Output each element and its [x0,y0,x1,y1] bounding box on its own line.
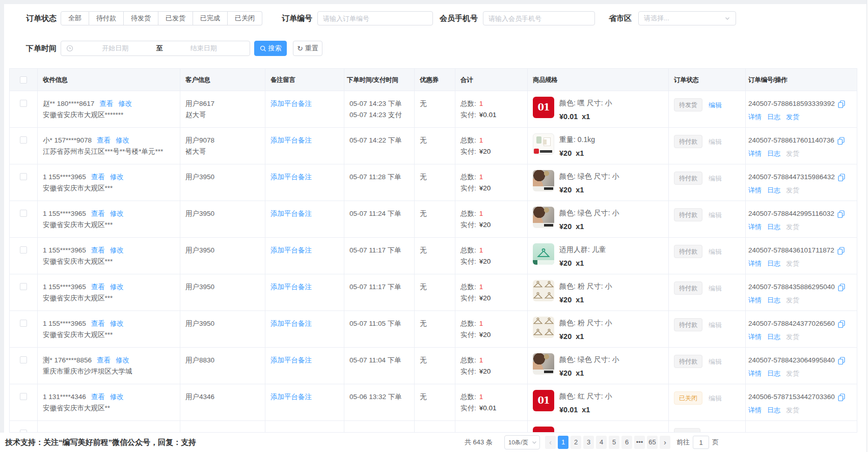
detail-link[interactable]: 详情 [748,333,762,341]
view-address-link[interactable]: 查看 [99,100,113,107]
add-note-link[interactable]: 添加平台备注 [270,210,312,217]
add-note-link[interactable]: 添加平台备注 [270,283,312,291]
detail-link[interactable]: 详情 [748,186,762,194]
row-checkbox[interactable] [20,210,27,217]
page-size-select[interactable]: 10条/页 [504,435,540,449]
log-link[interactable]: 日志 [767,370,780,377]
search-button[interactable]: 搜索 [254,41,287,56]
add-note-link[interactable]: 添加平台备注 [270,356,312,364]
ship-link[interactable]: 发货 [786,186,799,194]
log-link[interactable]: 日志 [767,113,780,121]
copy-icon[interactable] [838,100,845,108]
region-select[interactable]: 请选择... [638,11,736,25]
add-note-link[interactable]: 添加平台备注 [270,393,312,401]
ship-link[interactable]: 发货 [786,223,799,231]
edit-status-link[interactable]: 编辑 [709,98,722,120]
edit-status-link[interactable]: 编辑 [709,135,722,157]
modify-address-link[interactable]: 修改 [110,320,124,327]
page-button-3[interactable]: 3 [583,436,594,449]
page-button-4[interactable]: 4 [596,436,607,449]
log-link[interactable]: 日志 [767,406,780,414]
row-checkbox[interactable] [20,100,27,107]
detail-link[interactable]: 详情 [748,150,762,157]
prev-page-button[interactable]: ‹ [545,436,556,449]
log-link[interactable]: 日志 [767,333,780,341]
edit-status-link[interactable]: 编辑 [709,245,722,267]
view-address-link[interactable]: 查看 [91,210,105,217]
copy-icon[interactable] [838,284,845,291]
edit-status-link[interactable]: 编辑 [709,208,722,230]
add-note-link[interactable]: 添加平台备注 [270,246,312,254]
date-range-picker[interactable]: 开始日期 至 结束日期 [61,41,250,56]
modify-address-link[interactable]: 修改 [116,136,129,144]
row-checkbox[interactable] [20,136,27,144]
detail-link[interactable]: 详情 [748,113,762,121]
modify-address-link[interactable]: 修改 [118,100,132,107]
view-address-link[interactable]: 查看 [91,320,105,327]
copy-icon[interactable] [838,174,845,181]
row-checkbox[interactable] [20,173,27,180]
view-address-link[interactable]: 查看 [91,246,105,254]
add-note-link[interactable]: 添加平台备注 [270,320,312,327]
ship-link[interactable]: 发货 [786,370,799,377]
log-link[interactable]: 日志 [767,150,780,157]
order-no-input[interactable] [317,11,433,25]
view-address-link[interactable]: 查看 [91,173,105,181]
edit-status-link[interactable]: 编辑 [709,355,722,377]
page-button-5[interactable]: 5 [609,436,619,449]
reset-button[interactable]: ↻ 重置 [293,41,322,56]
log-link[interactable]: 日志 [767,260,780,267]
status-filter-待付款[interactable]: 待付款 [89,11,124,25]
ship-link[interactable]: 发货 [786,406,799,414]
next-page-button[interactable]: › [660,436,670,449]
detail-link[interactable]: 详情 [748,296,762,304]
ship-link[interactable]: 发货 [786,260,799,267]
edit-status-link[interactable]: 编辑 [709,391,722,413]
copy-icon[interactable] [838,357,845,364]
edit-status-link[interactable]: 编辑 [709,318,722,340]
page-button-6[interactable]: 6 [621,436,632,449]
row-checkbox[interactable] [20,356,27,363]
copy-icon[interactable] [837,247,845,255]
start-date-placeholder[interactable]: 开始日期 [74,44,156,53]
view-address-link[interactable]: 查看 [97,136,111,144]
modify-address-link[interactable]: 修改 [110,246,124,254]
page-button-1[interactable]: 1 [558,436,568,449]
ship-link[interactable]: 发货 [786,150,799,157]
detail-link[interactable]: 详情 [748,406,762,414]
modify-address-link[interactable]: 修改 [110,173,124,181]
row-checkbox[interactable] [20,320,27,327]
status-filter-已发货[interactable]: 已发货 [158,11,193,25]
view-address-link[interactable]: 查看 [91,393,105,401]
copy-icon[interactable] [838,320,845,328]
select-all-checkbox[interactable] [20,76,27,83]
row-checkbox[interactable] [20,393,27,400]
log-link[interactable]: 日志 [767,223,780,231]
member-phone-input[interactable] [483,11,595,25]
log-link[interactable]: 日志 [767,186,780,194]
ship-link[interactable]: 发货 [786,296,799,304]
add-note-link[interactable]: 添加平台备注 [270,136,312,144]
page-ellipsis[interactable]: ••• [634,436,645,449]
detail-link[interactable]: 详情 [748,223,762,231]
view-address-link[interactable]: 查看 [97,356,111,364]
ship-link[interactable]: 发货 [786,113,799,121]
edit-status-link[interactable]: 编辑 [709,172,722,193]
modify-address-link[interactable]: 修改 [110,393,124,401]
modify-address-link[interactable]: 修改 [116,356,129,364]
end-date-placeholder[interactable]: 结束日期 [163,44,245,53]
modify-address-link[interactable]: 修改 [110,210,124,217]
ship-link[interactable]: 发货 [786,333,799,341]
status-filter-全部[interactable]: 全部 [61,11,89,25]
edit-status-link[interactable]: 编辑 [709,281,722,303]
row-checkbox[interactable] [20,283,27,290]
add-note-link[interactable]: 添加平台备注 [270,173,312,181]
copy-icon[interactable] [837,137,845,145]
row-checkbox[interactable] [20,246,27,253]
status-filter-已完成[interactable]: 已完成 [193,11,228,25]
copy-icon[interactable] [838,393,845,401]
detail-link[interactable]: 详情 [748,260,762,267]
copy-icon[interactable] [837,210,845,218]
status-filter-待发货[interactable]: 待发货 [124,11,158,25]
add-note-link[interactable]: 添加平台备注 [270,100,312,107]
